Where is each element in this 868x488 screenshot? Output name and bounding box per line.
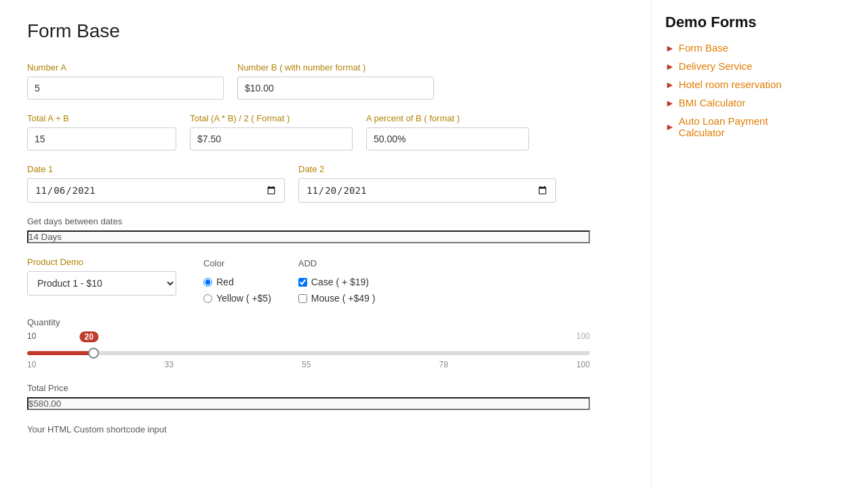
html-custom-label: Your HTML Custom shortcode input bbox=[27, 424, 167, 434]
chevron-right-icon-5: ► bbox=[665, 121, 675, 132]
sidebar-item-auto-loan-label: Auto Loan Payment Calculator bbox=[679, 115, 814, 138]
date1-input[interactable] bbox=[27, 178, 285, 203]
color-red-label: Red bbox=[216, 277, 234, 287]
chevron-right-icon-3: ► bbox=[665, 79, 675, 90]
sidebar-item-form-base-label: Form Base bbox=[679, 42, 728, 54]
quantity-label: Quantity bbox=[27, 317, 624, 327]
sidebar-item-hotel-reservation-label: Hotel room reservation bbox=[679, 79, 782, 90]
a-percent-b-label: A percent of B ( format ) bbox=[366, 113, 529, 123]
number-b-input[interactable] bbox=[237, 77, 434, 100]
add-case-label: Case ( + $19) bbox=[311, 277, 369, 287]
quantity-slider[interactable] bbox=[27, 351, 590, 355]
number-a-input[interactable] bbox=[27, 77, 224, 100]
total-price-label: Total Price bbox=[27, 383, 624, 393]
page-title: Form Base bbox=[27, 20, 624, 42]
color-yellow-label: Yellow ( +$5) bbox=[216, 293, 271, 304]
color-label: Color bbox=[203, 258, 271, 268]
tick-33: 33 bbox=[164, 360, 173, 369]
tick-55: 55 bbox=[302, 360, 311, 369]
product-select[interactable]: Product 1 - $10 Product 2 - $20 Product … bbox=[27, 271, 176, 296]
product-label: Product Demo bbox=[27, 257, 176, 267]
tick-78: 78 bbox=[439, 360, 448, 369]
number-a-label: Number A bbox=[27, 62, 224, 73]
total-ab-div2-label: Total (A * B) / 2 ( Format ) bbox=[190, 113, 353, 123]
days-between-input bbox=[27, 230, 590, 243]
add-label: ADD bbox=[298, 258, 376, 268]
date2-label: Date 2 bbox=[298, 164, 556, 174]
color-yellow-radio[interactable] bbox=[203, 294, 212, 303]
sidebar-item-bmi-calculator-label: BMI Calculator bbox=[679, 97, 745, 108]
number-b-label: Number B ( with number format ) bbox=[237, 62, 434, 73]
add-mouse-checkbox[interactable] bbox=[298, 294, 307, 303]
date2-input[interactable] bbox=[298, 178, 556, 203]
sidebar-item-bmi-calculator[interactable]: ► BMI Calculator bbox=[665, 97, 814, 108]
sidebar-item-hotel-reservation[interactable]: ► Hotel room reservation bbox=[665, 79, 814, 90]
slider-current-badge: 20 bbox=[80, 331, 98, 342]
sidebar-item-delivery-service-label: Delivery Service bbox=[679, 60, 752, 72]
sidebar-item-auto-loan[interactable]: ► Auto Loan Payment Calculator bbox=[665, 115, 814, 138]
add-mouse-label: Mouse ( +$49 ) bbox=[311, 293, 376, 304]
color-red-radio[interactable] bbox=[203, 278, 212, 287]
total-price-input bbox=[27, 397, 590, 410]
slider-max-top: 100 bbox=[576, 331, 590, 341]
chevron-right-icon-4: ► bbox=[665, 98, 675, 108]
days-between-label: Get days between dates bbox=[27, 216, 624, 226]
date1-label: Date 1 bbox=[27, 164, 285, 174]
slider-min-top: 10 bbox=[27, 331, 36, 341]
tick-100: 100 bbox=[576, 360, 590, 369]
tick-10: 10 bbox=[27, 360, 36, 369]
sidebar-item-delivery-service[interactable]: ► Delivery Service bbox=[665, 60, 814, 72]
sidebar-title: Demo Forms bbox=[665, 14, 814, 31]
add-case-checkbox[interactable] bbox=[298, 278, 307, 287]
chevron-right-icon: ► bbox=[665, 43, 675, 54]
total-ab-input bbox=[27, 127, 176, 150]
total-ab-label: Total A + B bbox=[27, 113, 176, 123]
chevron-right-icon-2: ► bbox=[665, 61, 675, 72]
total-ab-div2-input bbox=[190, 127, 353, 150]
sidebar-item-form-base[interactable]: ► Form Base bbox=[665, 42, 814, 54]
a-percent-b-input bbox=[366, 127, 529, 150]
